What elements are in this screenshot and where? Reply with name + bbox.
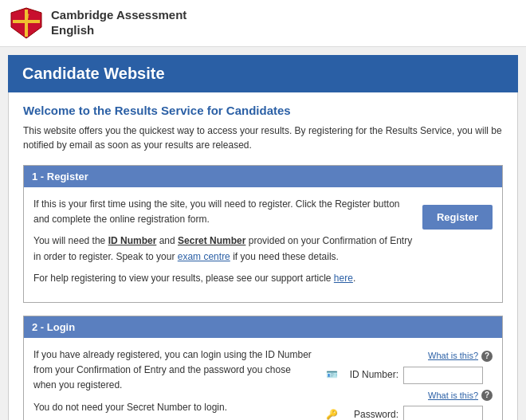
- help-icon-id[interactable]: ?: [481, 351, 493, 362]
- id-number-term: ID Number: [108, 235, 157, 246]
- org-name: Cambridge AssessmentEnglish: [51, 8, 186, 38]
- register-section: 1 - Register If this is your first time …: [23, 165, 503, 303]
- what-is-this-id-link[interactable]: What is this?: [428, 349, 478, 363]
- welcome-heading: Welcome to the Results Service for Candi…: [23, 104, 503, 117]
- id-number-row: 🪪 ID Number:: [325, 367, 493, 384]
- welcome-text: This website offers you the quickest way…: [23, 124, 503, 152]
- key-icon: 🔑: [325, 407, 338, 420]
- help-icon-pw[interactable]: ?: [481, 390, 493, 401]
- page-title: Candidate Website: [8, 55, 518, 92]
- main-content: Welcome to the Results Service for Candi…: [8, 92, 518, 420]
- login-section-left: If you have already registered, you can …: [33, 347, 316, 420]
- here-link[interactable]: here: [334, 273, 353, 284]
- exam-centre-link[interactable]: exam centre: [178, 251, 230, 262]
- register-para1: If this is your first time using the sit…: [33, 197, 413, 227]
- login-section: 2 - Login If you have already registered…: [23, 316, 503, 420]
- register-section-body: If this is your first time using the sit…: [24, 187, 502, 302]
- id-number-label: ID Number:: [343, 367, 398, 383]
- what-is-this-pw-row: What is this? ?: [325, 389, 493, 403]
- register-section-text: If this is your first time using the sit…: [33, 197, 413, 292]
- register-button-wrap: Register: [422, 205, 493, 230]
- header: ♛ ⚜ Cambridge AssessmentEnglish: [0, 0, 526, 47]
- password-label: Password:: [343, 407, 398, 420]
- login-section-body: If you have already registered, you can …: [24, 338, 502, 420]
- what-is-this-id-row: What is this? ?: [325, 349, 493, 363]
- password-row: 🔑 Password:: [325, 406, 493, 420]
- id-number-input[interactable]: [403, 367, 483, 384]
- register-para2: You will need the ID Number and Secret N…: [33, 234, 413, 264]
- register-para3: For help registering to view your result…: [33, 271, 413, 286]
- login-para2: You do not need your Secret Number to lo…: [33, 400, 316, 415]
- password-input[interactable]: [403, 406, 483, 420]
- id-card-icon: 🪪: [325, 367, 338, 383]
- secret-number-term: Secret Number: [178, 235, 245, 246]
- cambridge-logo-icon: ♛ ⚜: [10, 6, 43, 40]
- svg-rect-4: [25, 20, 28, 23]
- register-button[interactable]: Register: [422, 205, 493, 230]
- login-section-header: 2 - Login: [24, 316, 502, 338]
- what-is-this-pw-link[interactable]: What is this?: [428, 389, 478, 403]
- login-section-right: What is this? ? 🪪 ID Number: What is thi…: [325, 347, 493, 420]
- login-para1: If you have already registered, you can …: [33, 347, 316, 394]
- svg-text:⚜: ⚜: [24, 27, 29, 33]
- register-section-header: 1 - Register: [24, 166, 502, 187]
- svg-text:♛: ♛: [24, 13, 29, 20]
